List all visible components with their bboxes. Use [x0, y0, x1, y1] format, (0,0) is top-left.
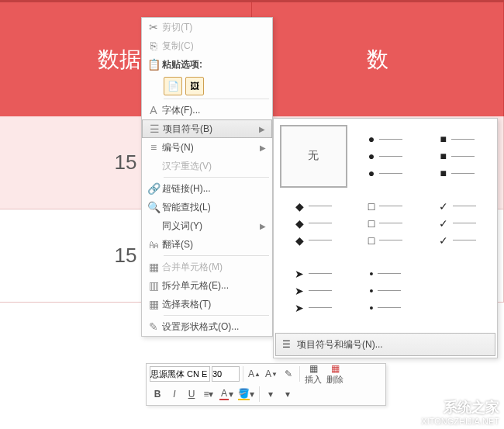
- bullet-checkmark[interactable]: ✓ ✓ ✓: [423, 192, 491, 255]
- separator: [164, 315, 269, 316]
- bold-button[interactable]: B: [150, 386, 165, 402]
- bullets-grid: 无 ● ● ● ■ ■ ■ ◆ ◆ ◆ □ □ □ ✓ ✓ ✓ ➤ ➤: [274, 119, 497, 328]
- underline-button[interactable]: U: [184, 386, 199, 402]
- separator: [164, 177, 269, 178]
- merge-icon: ▦: [145, 261, 162, 273]
- menu-bullets[interactable]: ☰ 项目符号(B) ▶: [142, 119, 272, 138]
- menu-cut: ✂ 剪切(T): [142, 18, 272, 36]
- menu-label: 智能查找(L): [162, 201, 269, 214]
- menu-label: 字体(F)...: [162, 104, 269, 117]
- separator: [243, 366, 243, 382]
- table-insert-icon: ▦: [309, 363, 318, 374]
- menu-label: 粘贴选项:: [162, 58, 269, 71]
- mini-toolbar-row-1: A▲ A▼ ✎ ▦ 插入 ▦ 删除: [147, 364, 385, 384]
- watermark: 系统之家 XITONGZHIJIA.NET: [421, 398, 499, 426]
- context-menu: ✂ 剪切(T) ⎘ 复制(C) 📋 粘贴选项: 📄 🖼 A 字体(F)... ☰…: [141, 17, 273, 337]
- bullet-cell-empty: [423, 259, 491, 322]
- split-icon: ▥: [145, 279, 162, 292]
- menu-label: 汉字重选(V): [162, 160, 269, 173]
- bullet-none-label: 无: [308, 149, 319, 163]
- separator: [164, 99, 269, 99]
- paste-keep-formatting-button[interactable]: 📄: [164, 77, 182, 95]
- menu-split-cells[interactable]: ▥ 拆分单元格(E)...: [142, 276, 272, 295]
- separator: [299, 366, 300, 382]
- bullets-footer-label: 项目符号和编号(N)...: [297, 338, 383, 351]
- chevron-right-icon: ▶: [260, 222, 269, 230]
- dropdown-icon[interactable]: ▾: [280, 386, 295, 402]
- format-painter-button[interactable]: ✎: [281, 366, 296, 382]
- menu-label: 选择表格(T): [162, 298, 269, 311]
- bullets-icon: ☰: [146, 123, 163, 135]
- font-size-select[interactable]: [212, 366, 240, 382]
- menu-label: 项目符号(B): [163, 123, 259, 136]
- list-icon: ☰: [282, 339, 291, 350]
- separator: [164, 255, 269, 256]
- menu-label: 剪切(T): [162, 21, 269, 34]
- menu-label: 超链接(H)...: [162, 182, 269, 195]
- bullet-diamond[interactable]: ◆ ◆ ◆: [280, 192, 347, 255]
- align-button[interactable]: ≡▾: [201, 386, 216, 402]
- fill-color-button[interactable]: 🪣▾: [236, 386, 256, 402]
- bullet-small-dot[interactable]: • • •: [352, 259, 419, 322]
- menu-label: 同义词(Y): [162, 220, 260, 233]
- separator: [259, 386, 260, 402]
- watermark-brand: 系统之家: [444, 398, 499, 417]
- shrink-font-button[interactable]: A▼: [264, 366, 279, 382]
- menu-synonyms[interactable]: 同义词(Y) ▶: [142, 216, 272, 235]
- chevron-right-icon: ▶: [260, 144, 269, 152]
- menu-format-shape[interactable]: ✎ 设置形状格式(O)...: [142, 317, 272, 336]
- insert-button[interactable]: ▦ 插入: [303, 363, 323, 386]
- menu-label: 设置形状格式(O)...: [162, 320, 269, 334]
- bullet-filled-circle[interactable]: ● ● ●: [352, 125, 419, 188]
- bullets-flyout: 无 ● ● ● ■ ■ ■ ◆ ◆ ◆ □ □ □ ✓ ✓ ✓ ➤ ➤: [273, 118, 498, 358]
- translate-icon: 🗛: [145, 238, 162, 251]
- menu-ime-reconvert: 汉字重选(V): [142, 157, 272, 175]
- font-icon: A: [145, 104, 162, 116]
- menu-smart-lookup[interactable]: 🔍 智能查找(L): [142, 198, 272, 216]
- menu-label: 复制(C): [162, 40, 269, 53]
- scissors-icon: ✂: [145, 21, 162, 33]
- menu-label: 合并单元格(M): [162, 261, 269, 274]
- menu-numbering[interactable]: ≡ 编号(N) ▶: [142, 138, 272, 157]
- mini-toolbar: A▲ A▼ ✎ ▦ 插入 ▦ 删除 B I U ≡▾ A▾ 🪣▾ ▾ ▾: [146, 363, 386, 406]
- bullets-and-numbering-button[interactable]: ☰ 项目符号和编号(N)...: [275, 333, 495, 356]
- menu-hyperlink[interactable]: 🔗 超链接(H)...: [142, 179, 272, 198]
- bullet-none[interactable]: 无: [280, 125, 347, 188]
- mini-toolbar-row-2: B I U ≡▾ A▾ 🪣▾ ▾ ▾: [147, 384, 385, 404]
- grow-font-button[interactable]: A▲: [247, 366, 262, 382]
- bullet-hollow-square[interactable]: □ □ □: [352, 192, 419, 255]
- menu-label: 拆分单元格(E)...: [162, 279, 269, 292]
- bullet-filled-square[interactable]: ■ ■ ■: [423, 125, 491, 188]
- menu-select-table[interactable]: ▦ 选择表格(T): [142, 295, 272, 313]
- table-delete-icon: ▦: [331, 363, 340, 374]
- menu-merge-cells: ▦ 合并单元格(M): [142, 258, 272, 276]
- paste-picture-button[interactable]: 🖼: [185, 77, 204, 95]
- font-color-button[interactable]: A▾: [218, 386, 235, 402]
- dropdown-icon[interactable]: ▾: [263, 386, 278, 402]
- italic-button[interactable]: I: [167, 386, 182, 402]
- menu-translate[interactable]: 🗛 翻译(S): [142, 235, 272, 254]
- hyperlink-icon: 🔗: [145, 182, 162, 195]
- header-cell: 数: [252, 2, 504, 116]
- chevron-right-icon: ▶: [259, 125, 268, 133]
- copy-icon: ⎘: [145, 40, 162, 52]
- font-name-select[interactable]: [150, 366, 210, 382]
- menu-label: 翻译(S): [162, 238, 269, 251]
- table-icon: ▦: [145, 298, 162, 310]
- format-shape-icon: ✎: [145, 320, 162, 333]
- bullet-arrow[interactable]: ➤ ➤ ➤: [280, 259, 347, 322]
- paste-options-row: 📄 🖼: [142, 74, 272, 97]
- search-icon: 🔍: [145, 201, 162, 213]
- menu-label: 编号(N): [162, 141, 260, 154]
- clipboard-icon: 📋: [145, 58, 162, 71]
- numbering-icon: ≡: [145, 141, 162, 154]
- watermark-url: XITONGZHIJIA.NET: [421, 417, 499, 426]
- delete-button[interactable]: ▦ 删除: [325, 363, 345, 386]
- menu-paste-options-header: 📋 粘贴选项:: [142, 55, 272, 74]
- menu-font[interactable]: A 字体(F)...: [142, 101, 272, 119]
- menu-copy: ⎘ 复制(C): [142, 36, 272, 55]
